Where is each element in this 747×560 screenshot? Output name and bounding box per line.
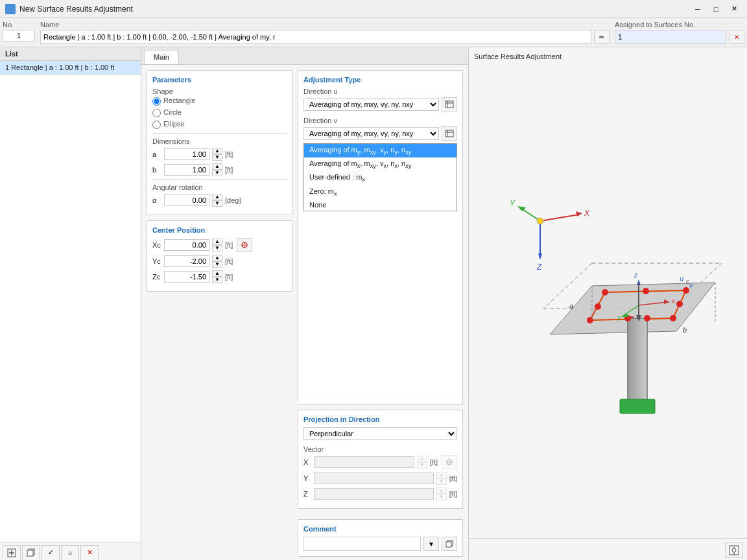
maximize-button[interactable]: □ bbox=[708, 3, 724, 15]
vector-x-input[interactable] bbox=[314, 456, 414, 468]
shape-ellipse: Ellipse bbox=[152, 120, 287, 129]
svg-rect-6 bbox=[27, 550, 33, 556]
app-icon bbox=[5, 4, 16, 14]
yc-down[interactable]: ▼ bbox=[212, 261, 222, 268]
svg-rect-48 bbox=[620, 399, 655, 414]
dim-a-down[interactable]: ▼ bbox=[212, 154, 222, 161]
duplicate-item-button[interactable] bbox=[22, 545, 40, 561]
parameters-title: Parameters bbox=[152, 76, 287, 84]
dim-a-input[interactable] bbox=[164, 148, 209, 160]
visualization-svg: Z X Y bbox=[485, 179, 731, 425]
comment-copy-button[interactable] bbox=[442, 537, 457, 551]
assigned-clear-button[interactable]: ✕ bbox=[729, 30, 744, 44]
dropdown-item-2[interactable]: User-defined : mx bbox=[304, 171, 456, 185]
list-item[interactable]: 1 Rectangle | a : 1.00 ft | b : 1.00 ft bbox=[0, 61, 141, 75]
comment-input[interactable] bbox=[303, 537, 421, 551]
dim-b-input[interactable] bbox=[164, 164, 209, 176]
dimensions-group: Dimensions a ▲ ▼ [ft] b bbox=[152, 137, 287, 176]
dropdown-item-3[interactable]: Zero: mx bbox=[304, 185, 456, 199]
dropdown-item-1[interactable]: Averaging of mx, mxy, vx, nx, nxy bbox=[304, 158, 456, 171]
comment-expand-button[interactable]: ▼ bbox=[423, 537, 439, 551]
vector-y-input[interactable] bbox=[314, 472, 434, 484]
xc-up[interactable]: ▲ bbox=[212, 239, 222, 245]
xc-input[interactable] bbox=[164, 239, 209, 251]
assigned-input[interactable] bbox=[615, 30, 726, 44]
name-edit-button[interactable]: ✏ bbox=[594, 30, 610, 44]
angular-label: Angular rotation bbox=[152, 183, 287, 191]
dim-b-down[interactable]: ▼ bbox=[212, 170, 222, 176]
left-form: Parameters Shape Rectangle Circle bbox=[147, 70, 292, 557]
no-input[interactable] bbox=[3, 30, 35, 41]
dim-b-unit: [ft] bbox=[225, 166, 233, 174]
dim-a-row: a ▲ ▼ [ft] bbox=[152, 148, 287, 161]
list-footer: ✓ ○ ✕ bbox=[0, 542, 141, 560]
svg-point-45 bbox=[676, 301, 683, 307]
alpha-up[interactable]: ▲ bbox=[212, 194, 222, 200]
list-header: List bbox=[0, 47, 141, 61]
direction-v-select[interactable]: Averaging of my, mxy, vy, ny, nxy bbox=[303, 127, 439, 140]
shape-rectangle-label[interactable]: Rectangle bbox=[163, 97, 196, 104]
vector-z-down[interactable]: ▼ bbox=[436, 494, 447, 500]
projection-select-row: Perpendicular bbox=[303, 427, 457, 440]
vector-y-up[interactable]: ▲ bbox=[436, 472, 447, 478]
projection-select[interactable]: Perpendicular bbox=[303, 427, 457, 440]
zc-input[interactable] bbox=[164, 271, 209, 283]
vector-z-input[interactable] bbox=[314, 488, 434, 500]
dim-a-up[interactable]: ▲ bbox=[212, 148, 222, 154]
alpha-label: α bbox=[152, 196, 161, 204]
uncheck-item-button[interactable]: ○ bbox=[61, 545, 79, 561]
vector-y-down[interactable]: ▼ bbox=[436, 478, 447, 485]
add-item-button[interactable] bbox=[3, 545, 21, 561]
vector-x-up[interactable]: ▲ bbox=[417, 456, 427, 462]
check-item-button[interactable]: ✓ bbox=[42, 545, 60, 561]
svg-point-42 bbox=[643, 288, 649, 294]
xc-pick-button[interactable] bbox=[237, 238, 252, 252]
direction-v-label: Direction v bbox=[303, 117, 457, 124]
delete-item-button[interactable]: ✕ bbox=[80, 545, 99, 561]
zc-unit: [ft] bbox=[225, 273, 233, 281]
svg-text:b: b bbox=[683, 326, 687, 334]
shape-circle-radio[interactable] bbox=[152, 109, 161, 117]
dropdown-list: Averaging of my, mxy, vy, ny, nxy Averag… bbox=[303, 143, 457, 211]
comment-row: ▼ bbox=[303, 537, 457, 551]
dropdown-item-4[interactable]: None bbox=[304, 199, 456, 211]
shape-circle-label[interactable]: Circle bbox=[163, 108, 182, 116]
close-button[interactable]: ✕ bbox=[726, 3, 742, 15]
dropdown-item-0[interactable]: Averaging of my, mxy, vy, ny, nxy bbox=[304, 144, 456, 158]
dim-b-up[interactable]: ▲ bbox=[212, 163, 222, 170]
no-label: No. bbox=[3, 21, 35, 29]
direction-u-select[interactable]: Averaging of my, mxy, vy, ny, nxy bbox=[303, 98, 439, 111]
visualization-settings-button[interactable] bbox=[725, 542, 743, 558]
minimize-button[interactable]: ─ bbox=[690, 3, 706, 15]
tab-main[interactable]: Main bbox=[144, 50, 179, 64]
yc-input[interactable] bbox=[164, 255, 209, 267]
direction-v-config-button[interactable] bbox=[442, 126, 457, 141]
shape-circle: Circle bbox=[152, 108, 287, 117]
assigned-input-row: ✕ bbox=[615, 30, 744, 44]
alpha-input[interactable] bbox=[164, 194, 209, 206]
yc-up[interactable]: ▲ bbox=[212, 255, 222, 261]
divider-1 bbox=[152, 133, 287, 134]
vector-x-spin: ▲ ▼ bbox=[417, 456, 427, 469]
shape-ellipse-label[interactable]: Ellipse bbox=[163, 120, 184, 128]
vector-z-unit: [ft] bbox=[449, 490, 457, 498]
vector-pick-button[interactable] bbox=[442, 455, 457, 469]
tab-bar: Main bbox=[141, 47, 468, 65]
alpha-down[interactable]: ▼ bbox=[212, 200, 222, 207]
svg-rect-13 bbox=[445, 130, 453, 137]
vector-z-up[interactable]: ▲ bbox=[436, 487, 447, 494]
zc-down[interactable]: ▼ bbox=[212, 277, 222, 283]
name-input[interactable] bbox=[40, 30, 591, 44]
xc-down[interactable]: ▼ bbox=[212, 245, 222, 251]
xc-unit: [ft] bbox=[225, 241, 233, 249]
direction-u-config-button[interactable] bbox=[442, 97, 457, 111]
no-field: No. bbox=[3, 21, 35, 44]
shape-ellipse-radio[interactable] bbox=[152, 121, 161, 129]
dim-b-row: b ▲ ▼ [ft] bbox=[152, 163, 287, 176]
list-scroll: 1 Rectangle | a : 1.00 ft | b : 1.00 ft bbox=[0, 61, 141, 542]
zc-up[interactable]: ▲ bbox=[212, 270, 222, 277]
vector-x-down[interactable]: ▼ bbox=[417, 462, 427, 469]
svg-text:c: c bbox=[686, 278, 689, 285]
projection-section: Projection in Direction Perpendicular Ve… bbox=[298, 410, 463, 509]
shape-rectangle-radio[interactable] bbox=[152, 97, 161, 106]
